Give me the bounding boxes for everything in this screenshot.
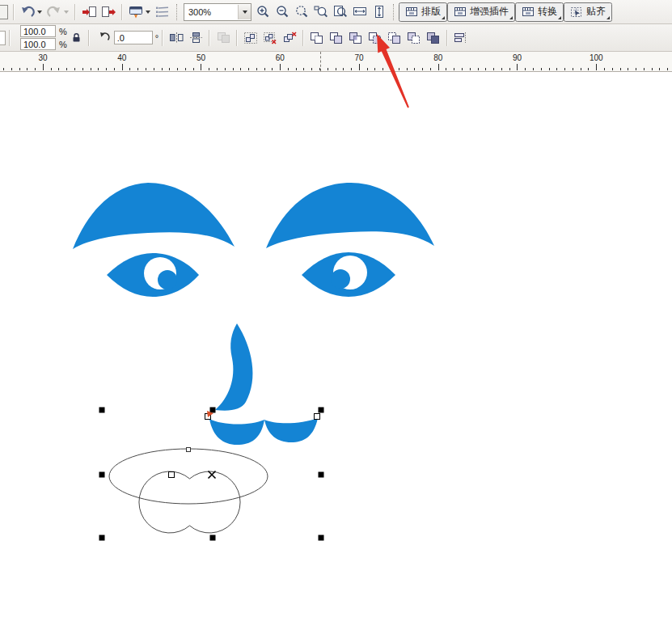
ungroup-all-button[interactable]	[280, 28, 299, 48]
zoom-level-dropdown[interactable]	[238, 5, 251, 19]
align-distribute-button[interactable]	[451, 28, 471, 48]
undo-dropdown-caret[interactable]	[37, 11, 42, 14]
welcome-screen-icon	[155, 6, 170, 19]
scale-x-input[interactable]	[20, 25, 56, 37]
mirror-vertical-button[interactable]	[186, 28, 205, 48]
apply-to-duplicate-button	[213, 28, 233, 48]
snap-grid-icon	[570, 6, 583, 18]
front-minus-back-icon	[387, 32, 402, 44]
macro-button-label: 增强插件	[470, 5, 509, 19]
zoom-to-page-width-button[interactable]	[350, 2, 370, 22]
zoom-to-selection-button[interactable]	[292, 2, 311, 22]
lock-ratio-button[interactable]	[69, 28, 85, 48]
macro-button-label: 转换	[538, 5, 557, 19]
flyout-corner-icon	[442, 16, 445, 19]
macro-button-label: 贴齐	[586, 5, 606, 19]
drawing-canvas[interactable]	[0, 72, 672, 617]
zoom-to-all-objects-button[interactable]	[311, 2, 331, 22]
simplify-button[interactable]	[366, 28, 385, 48]
ruler-tick	[11, 68, 12, 70]
lock-icon	[71, 32, 82, 43]
separator	[121, 4, 123, 20]
export-button[interactable]	[99, 2, 118, 22]
redo-button[interactable]	[44, 2, 64, 22]
weld-button[interactable]	[307, 28, 327, 48]
ruler-tick	[446, 68, 446, 70]
ruler-label: 90	[513, 53, 522, 62]
horizontal-ruler[interactable]: 30405060708090100	[0, 52, 672, 72]
ruler-tick	[169, 68, 170, 70]
mirror-horizontal-button[interactable]	[167, 28, 186, 48]
ruler-label: 40	[117, 53, 126, 62]
zoom-out-icon	[275, 5, 290, 19]
ruler-tick	[91, 68, 91, 70]
clipped-size-field	[0, 31, 6, 45]
ruler-tick	[162, 68, 163, 70]
macro-button-snap[interactable]: 贴齐	[564, 2, 612, 22]
ruler-tick	[391, 68, 391, 70]
front-minus-back-button[interactable]	[385, 28, 404, 48]
chevron-down-icon	[243, 11, 247, 14]
ruler-tick	[367, 68, 368, 70]
ruler-tick	[485, 68, 486, 70]
zoom-to-page-icon	[333, 5, 348, 19]
intersect-button[interactable]	[346, 28, 366, 48]
back-minus-front-icon	[407, 32, 421, 44]
zoom-to-page-button[interactable]	[331, 2, 350, 22]
ruler-tick	[470, 68, 471, 70]
macro-button-typesetting[interactable]: 排版	[399, 2, 447, 22]
undo-icon	[20, 6, 35, 19]
ruler-tick	[217, 68, 218, 70]
scale-y-input[interactable]	[20, 38, 56, 50]
ungroup-icon	[263, 32, 277, 44]
back-minus-front-button[interactable]	[404, 28, 424, 48]
create-boundary-button[interactable]	[424, 28, 443, 48]
rotation-input[interactable]	[114, 31, 153, 44]
ruler-tick	[667, 68, 668, 70]
ruler-tick	[264, 68, 265, 70]
welcome-screen-button[interactable]	[153, 2, 172, 22]
macro-button-enhanced-plugins[interactable]: 增强插件	[447, 2, 515, 22]
ungroup-button[interactable]	[260, 28, 280, 48]
ruler-tick	[296, 68, 297, 70]
zoom-level-combobox[interactable]: 300%	[184, 3, 251, 21]
group-button[interactable]	[241, 28, 260, 48]
ruler-tick	[359, 64, 360, 70]
zoom-in-button[interactable]	[253, 2, 273, 22]
import-button[interactable]	[79, 2, 99, 22]
flyout-corner-icon	[509, 16, 513, 19]
ruler-tick	[201, 64, 201, 70]
degree-sign: °	[155, 33, 158, 43]
trim-button[interactable]	[327, 28, 346, 48]
ruler-label: 60	[276, 53, 285, 62]
zoom-to-page-height-button[interactable]	[370, 2, 389, 22]
ruler-tick	[636, 68, 636, 70]
ruler-tick	[493, 68, 494, 70]
flyout-corner-icon	[558, 16, 561, 19]
ungroup-all-icon	[282, 32, 297, 44]
macro-window-icon	[405, 6, 418, 18]
ruler-tick	[43, 64, 44, 70]
macro-button-label: 排版	[421, 5, 441, 19]
application-launcher-button[interactable]	[126, 2, 146, 22]
ruler-tick	[564, 68, 565, 70]
zoom-out-button[interactable]	[273, 2, 292, 22]
ruler-label: 30	[38, 53, 47, 62]
percent-sign: %	[59, 27, 67, 36]
undo-button[interactable]	[18, 2, 37, 22]
zoom-to-page-height-icon	[372, 5, 387, 19]
redo-dropdown-caret[interactable]	[64, 11, 69, 14]
ruler-tick	[430, 68, 431, 70]
separator	[88, 30, 90, 46]
ruler-tick	[659, 68, 660, 70]
redo-icon	[47, 6, 61, 19]
macro-button-convert[interactable]: 转换	[515, 2, 564, 22]
separator	[176, 4, 178, 20]
ruler-tick	[3, 68, 4, 70]
ruler-tick	[280, 64, 281, 70]
application-launcher-caret[interactable]	[146, 11, 150, 14]
ruler-tick	[193, 68, 194, 70]
ruler-tick	[137, 68, 138, 70]
ruler-tick	[399, 68, 399, 70]
application-launcher-icon	[128, 6, 144, 19]
